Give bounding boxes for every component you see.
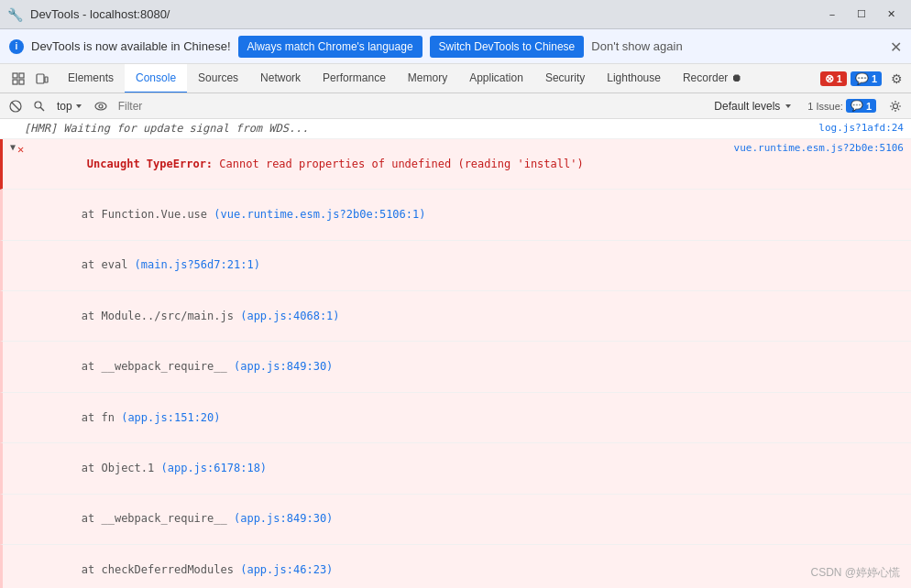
filter-input[interactable] — [115, 98, 706, 114]
issue-label: 1 Issue: — [807, 101, 843, 112]
inspect-element-button[interactable] — [7, 68, 29, 90]
switch-chinese-button[interactable]: Switch DevTools to Chinese — [430, 36, 585, 58]
stack-line-3: at Module../src/main.js (app.js:4068:1) — [0, 291, 911, 342]
console-content: [HMR] Waiting for update signal from WDS… — [0, 119, 911, 588]
filter-button[interactable] — [29, 96, 49, 116]
dont-show-link[interactable]: Don't show again — [591, 39, 682, 53]
stack-line-4: at __webpack_require__ (app.js:849:30) — [0, 342, 911, 392]
devtools-tabs: Elements Console Sources Network Perform… — [0, 64, 911, 93]
watermark: CSDN @婷婷心慌 — [810, 565, 900, 581]
svg-rect-3 — [19, 80, 24, 84]
tab-lighthouse[interactable]: Lighthouse — [596, 64, 672, 93]
svg-rect-1 — [13, 80, 17, 84]
eye-button[interactable] — [91, 96, 111, 116]
svg-point-12 — [99, 104, 103, 108]
stack-link-6[interactable]: (app.js:6178:18) — [161, 462, 268, 474]
default-levels-selector[interactable]: Default levels — [708, 98, 798, 114]
info-message: DevTools is now available in Chinese! — [31, 39, 231, 53]
tab-memory[interactable]: Memory — [397, 64, 458, 93]
stack-link-8[interactable]: (app.js:46:23) — [240, 563, 333, 576]
info-icon: i — [9, 39, 24, 54]
tab-console[interactable]: Console — [125, 64, 187, 93]
svg-line-9 — [40, 107, 44, 111]
expand-arrow[interactable]: ▼ — [10, 141, 16, 154]
error-text: Uncaught TypeError: Cannot read properti… — [34, 141, 727, 187]
svg-rect-2 — [19, 73, 24, 78]
settings-button[interactable]: ⚙ — [885, 68, 907, 90]
tab-recorder[interactable]: Recorder ⏺ — [672, 64, 753, 93]
default-levels-label: Default levels — [714, 100, 780, 113]
tab-security[interactable]: Security — [534, 64, 596, 93]
svg-point-11 — [95, 103, 106, 110]
match-language-button[interactable]: Always match Chrome's language — [238, 36, 423, 58]
tab-performance[interactable]: Performance — [312, 64, 397, 93]
console-settings-button[interactable] — [885, 96, 906, 116]
hmr-text: [HMR] Waiting for update signal from WDS… — [24, 121, 811, 136]
clear-console-button[interactable] — [5, 96, 26, 116]
svg-marker-13 — [785, 104, 791, 108]
issue-badge: 1 Issue: 💬 1 — [802, 97, 882, 114]
error-source-link[interactable]: vue.runtime.esm.js?2b0e:5106 — [727, 141, 904, 155]
stack-line-6: at Object.1 (app.js:6178:18) — [0, 443, 911, 494]
stack-link-5[interactable]: (app.js:151:20) — [121, 411, 220, 424]
console-toolbar: top Default levels 1 Issue: 💬 1 — [0, 93, 911, 119]
svg-point-8 — [35, 102, 41, 108]
warning-badge: 💬 1 — [851, 71, 882, 86]
error-icon: ✕ — [17, 142, 30, 158]
console-line: [HMR] Waiting for update signal from WDS… — [0, 119, 911, 139]
stack-link-3[interactable]: (app.js:4068:1) — [240, 310, 339, 322]
tab-elements[interactable]: Elements — [57, 64, 125, 93]
stack-link-1[interactable]: (vue.runtime.esm.js?2b0e:5106:1) — [214, 208, 425, 221]
tab-network[interactable]: Network — [249, 64, 312, 93]
title-bar: 🔧 DevTools - localhost:8080/ − ☐ ✕ — [0, 0, 911, 29]
devtools-main: [HMR] Waiting for update signal from WDS… — [0, 119, 911, 588]
tab-more-area: ⊗ 1 💬 1 ⚙ — [820, 68, 907, 90]
svg-line-7 — [12, 103, 19, 110]
info-bar-close-button[interactable]: ✕ — [890, 38, 902, 55]
device-toolbar-button[interactable] — [31, 68, 53, 90]
svg-rect-4 — [37, 74, 44, 83]
tab-sources[interactable]: Sources — [187, 64, 249, 93]
issue-count: 💬 1 — [846, 99, 876, 113]
stack-link-2[interactable]: (main.js?56d7:21:1) — [135, 258, 260, 271]
tab-icons — [4, 68, 57, 90]
svg-point-14 — [894, 103, 898, 108]
minimize-button[interactable]: − — [819, 5, 845, 25]
tab-application[interactable]: Application — [458, 64, 534, 93]
window-controls: − ☐ ✕ — [819, 5, 904, 25]
context-selector[interactable]: top — [53, 98, 87, 114]
devtools-icon: 🔧 — [7, 7, 23, 22]
stack-line-1: at Function.Vue.use (vue.runtime.esm.js?… — [0, 190, 911, 240]
window-title: DevTools - localhost:8080/ — [30, 7, 812, 21]
maximize-button[interactable]: ☐ — [849, 5, 874, 25]
hmr-source-link[interactable]: log.js?1afd:24 — [811, 121, 904, 135]
stack-line-5: at fn (app.js:151:20) — [0, 393, 911, 443]
svg-rect-5 — [45, 77, 48, 82]
error-badge: ⊗ 1 — [820, 71, 847, 86]
stack-line-7: at __webpack_require__ (app.js:849:30) — [0, 495, 911, 545]
info-bar: i DevTools is now available in Chinese! … — [0, 29, 911, 64]
svg-marker-10 — [76, 104, 82, 108]
stack-link-4[interactable]: (app.js:849:30) — [234, 360, 333, 373]
context-top-label: top — [57, 100, 72, 113]
error-line: ▼ ✕ Uncaught TypeError: Cannot read prop… — [0, 139, 911, 190]
stack-link-7[interactable]: (app.js:849:30) — [234, 512, 333, 525]
stack-line-8: at checkDeferredModules (app.js:46:23) — [0, 545, 911, 588]
svg-rect-0 — [13, 73, 17, 78]
close-button[interactable]: ✕ — [878, 5, 904, 25]
stack-line-2: at eval (main.js?56d7:21:1) — [0, 241, 911, 291]
